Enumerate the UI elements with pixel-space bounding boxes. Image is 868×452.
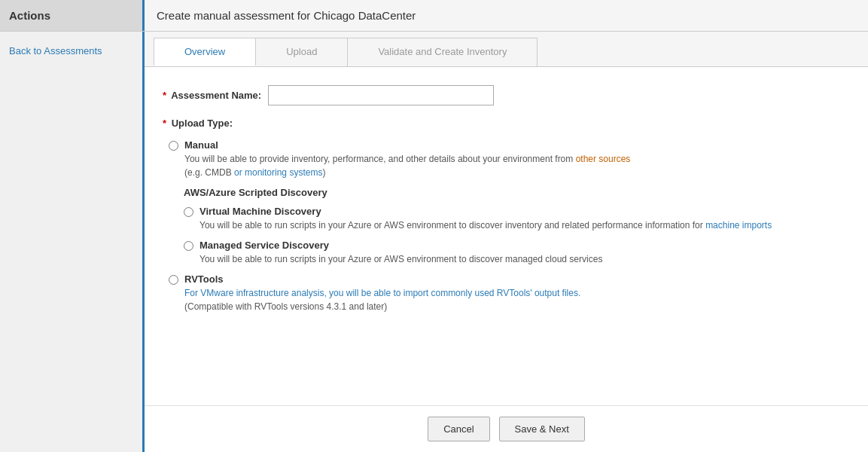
form-area: * Assessment Name: * Upload Type: Manual: [145, 67, 868, 405]
app-header: Actions Create manual assessment for Chi…: [0, 0, 868, 32]
main-content: Overview Upload Validate and Create Inve…: [145, 32, 868, 452]
actions-title: Actions: [9, 9, 50, 22]
radio-option-manual: Manual You will be able to provide inven…: [169, 139, 850, 179]
save-next-button[interactable]: Save & Next: [499, 417, 585, 441]
required-star-name: *: [163, 90, 166, 101]
radio-rvtools-desc: For VMware infrastructure analysis, you …: [184, 286, 580, 313]
radio-managed-service[interactable]: [184, 241, 193, 251]
monitoring-link: or monitoring systems: [234, 167, 322, 178]
cancel-button[interactable]: Cancel: [428, 417, 489, 441]
radio-rvtools-label[interactable]: RVTools: [184, 273, 224, 285]
radio-managed-desc: You will be able to run scripts in your …: [199, 252, 602, 266]
radio-vm-desc: You will be able to run scripts in your …: [199, 218, 772, 232]
machine-imports-link: machine imports: [705, 220, 772, 231]
tab-overview[interactable]: Overview: [154, 38, 256, 66]
radio-manual-label[interactable]: Manual: [184, 139, 218, 151]
page-title: Create manual assessment for Chicago Dat…: [157, 9, 416, 22]
radio-option-vm: Virtual Machine Discovery You will be ab…: [184, 206, 850, 232]
sidebar: Back to Assessments: [0, 32, 145, 452]
scripted-discovery-section: AWS/Azure Scripted Discovery Virtual Mac…: [184, 187, 850, 266]
radio-rvtools-content: RVTools For VMware infrastructure analys…: [184, 273, 580, 313]
sidebar-item-back[interactable]: Back to Assessments: [0, 39, 142, 63]
radio-option-managed: Managed Service Discovery You will be ab…: [184, 240, 850, 266]
radio-vm-label[interactable]: Virtual Machine Discovery: [199, 206, 321, 217]
assessment-name-input[interactable]: [268, 85, 494, 105]
rvtools-desc-link: For VMware infrastructure analysis, you …: [184, 288, 580, 298]
radio-section: Manual You will be able to provide inven…: [169, 139, 850, 313]
main-header: Create manual assessment for Chicago Dat…: [145, 0, 868, 31]
app-body: Back to Assessments Overview Upload Vali…: [0, 32, 868, 452]
radio-vm-content: Virtual Machine Discovery You will be ab…: [199, 206, 772, 232]
radio-vm-discovery[interactable]: [184, 207, 193, 217]
footer-bar: Cancel Save & Next: [145, 405, 868, 452]
assessment-name-row: * Assessment Name:: [163, 85, 850, 105]
radio-option-rvtools: RVTools For VMware infrastructure analys…: [169, 273, 850, 313]
radio-manual-desc: You will be able to provide inventory, p…: [184, 152, 630, 179]
upload-type-label: * Upload Type:: [163, 118, 850, 129]
other-sources-link: other sources: [576, 154, 631, 164]
required-star-upload: *: [163, 118, 166, 129]
tabs-bar: Overview Upload Validate and Create Inve…: [145, 32, 868, 67]
radio-manual-content: Manual You will be able to provide inven…: [184, 139, 630, 179]
scripted-section-title: AWS/Azure Scripted Discovery: [184, 187, 850, 198]
radio-manual[interactable]: [169, 141, 178, 151]
tab-upload[interactable]: Upload: [255, 38, 348, 66]
radio-rvtools[interactable]: [169, 275, 178, 285]
tab-validate[interactable]: Validate and Create Inventory: [347, 38, 538, 66]
sidebar-header: Actions: [0, 0, 145, 31]
assessment-name-label: * Assessment Name:: [163, 90, 268, 101]
radio-managed-content: Managed Service Discovery You will be ab…: [199, 240, 602, 266]
radio-managed-label[interactable]: Managed Service Discovery: [199, 240, 329, 251]
